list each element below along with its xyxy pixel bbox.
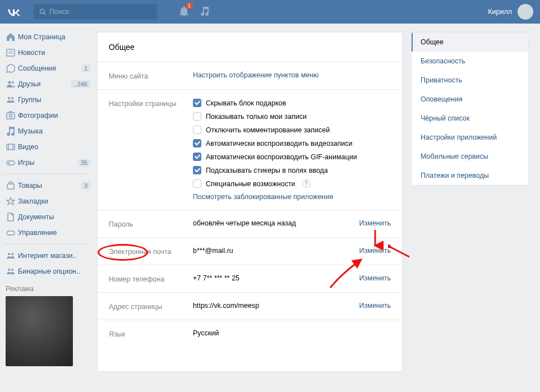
nav-item-label: Закладки bbox=[18, 197, 90, 205]
svg-point-21 bbox=[8, 269, 10, 271]
nav-item-label: Игры bbox=[18, 159, 78, 167]
checkbox[interactable] bbox=[193, 139, 201, 147]
nav-item[interactable]: Группы bbox=[3, 92, 93, 108]
checkbox-label: Специальные возможности bbox=[206, 180, 296, 188]
nav-item[interactable]: Товары3 bbox=[3, 178, 93, 193]
music-icon bbox=[3, 127, 18, 136]
checkbox[interactable] bbox=[193, 99, 201, 107]
nav-item[interactable]: Моя Страница bbox=[3, 29, 93, 45]
nav-item[interactable]: Друзья..246 bbox=[3, 76, 93, 92]
svg-point-0 bbox=[40, 10, 45, 14]
nav-item-label: Новости bbox=[18, 49, 90, 57]
home-icon bbox=[3, 33, 18, 41]
groups-icon bbox=[3, 267, 18, 276]
vk-logo[interactable] bbox=[7, 4, 22, 20]
settings-tab[interactable]: Платежи и переводы bbox=[412, 166, 528, 185]
checkbox[interactable] bbox=[193, 166, 201, 174]
settings-content: Общее Меню сайта Настроить отображение п… bbox=[97, 32, 403, 372]
svg-rect-17 bbox=[7, 184, 14, 189]
checkbox[interactable] bbox=[193, 153, 201, 161]
svg-rect-2 bbox=[7, 49, 15, 56]
user-avatar bbox=[518, 4, 533, 20]
nav-item-label: Документы bbox=[18, 213, 90, 221]
nav-item-count: 3 bbox=[81, 182, 90, 190]
checkbox-row: Автоматически воспроизводить GIF-анимаци… bbox=[193, 153, 391, 161]
photo-icon bbox=[3, 111, 18, 120]
video-icon bbox=[3, 142, 18, 151]
search-icon bbox=[39, 8, 46, 15]
help-icon[interactable]: ? bbox=[302, 179, 311, 188]
svg-line-1 bbox=[44, 13, 45, 15]
address-change-link[interactable]: Изменить bbox=[359, 302, 391, 311]
menu-settings-link[interactable]: Настроить отображение пунктов меню bbox=[193, 71, 319, 79]
svg-point-5 bbox=[8, 81, 11, 84]
nav-item-label: Сообщения bbox=[18, 64, 81, 72]
nav-item-label: Друзья bbox=[18, 80, 71, 88]
nav-item[interactable]: Новости bbox=[3, 45, 93, 61]
row-page-settings: Настройки страницы Скрывать блок подарко… bbox=[98, 90, 402, 210]
checkbox-row: Подсказывать стикеры в полях ввода bbox=[193, 166, 391, 174]
email-change-link[interactable]: Изменить bbox=[359, 247, 391, 256]
row-menu: Меню сайта Настроить отображение пунктов… bbox=[98, 62, 402, 90]
nav-item[interactable]: Интернет магази.. bbox=[3, 248, 93, 264]
svg-point-22 bbox=[11, 269, 13, 271]
svg-point-20 bbox=[11, 253, 13, 255]
svg-point-19 bbox=[8, 253, 10, 255]
nav-item-label: Фотографии bbox=[18, 112, 90, 119]
bookmark-icon bbox=[3, 197, 18, 206]
svg-point-8 bbox=[11, 97, 13, 99]
nav-item-label: Видео bbox=[18, 143, 90, 151]
games-icon bbox=[3, 158, 18, 167]
checkbox-row: Скрывать блок подарков bbox=[193, 99, 391, 107]
checkbox[interactable] bbox=[193, 112, 201, 121]
nav-item-label: Управление bbox=[18, 229, 90, 237]
nav-item[interactable]: Музыка bbox=[3, 123, 93, 139]
nav-item[interactable]: Видео bbox=[3, 139, 93, 155]
nav-item[interactable]: Документы bbox=[3, 209, 93, 225]
notifications-icon[interactable]: 1 bbox=[179, 6, 188, 18]
checkbox-row: Показывать только мои записи bbox=[193, 112, 391, 121]
settings-tab[interactable]: Оповещения bbox=[412, 90, 528, 109]
settings-tab[interactable]: Мобильные сервисы bbox=[412, 147, 528, 166]
settings-tab[interactable]: Приватность bbox=[412, 71, 528, 90]
row-address: Адрес страницы https://vk.com/meesp Изме… bbox=[98, 293, 402, 320]
svg-point-6 bbox=[12, 81, 14, 84]
row-language: Язык Русский bbox=[98, 320, 402, 347]
music-icon[interactable] bbox=[201, 7, 209, 17]
nav-item[interactable]: Сообщения1 bbox=[3, 61, 93, 76]
nav-item-label: Группы bbox=[18, 96, 90, 104]
search-box[interactable] bbox=[34, 4, 157, 20]
checkbox[interactable] bbox=[193, 126, 201, 134]
nav-item-label: Моя Страница bbox=[18, 33, 90, 41]
user-menu[interactable]: Кирилл bbox=[488, 4, 533, 20]
checkbox[interactable] bbox=[193, 179, 201, 188]
nav-item[interactable]: Управление bbox=[3, 225, 93, 241]
ad-image[interactable] bbox=[6, 296, 73, 366]
svg-rect-14 bbox=[7, 161, 15, 165]
nav-item-label: Бинарные опцион.. bbox=[18, 268, 90, 275]
nav-item[interactable]: Фотографии bbox=[3, 108, 93, 123]
nav-item-count: 1 bbox=[81, 64, 90, 72]
nav-item[interactable]: Закладки bbox=[3, 193, 93, 209]
search-input[interactable] bbox=[49, 8, 137, 16]
nav-item-count: ..246 bbox=[71, 80, 90, 88]
blocked-apps-link[interactable]: Посмотреть заблокированные приложения bbox=[193, 193, 391, 201]
content-title: Общее bbox=[98, 33, 402, 62]
nav-item[interactable]: Бинарные опцион.. bbox=[3, 264, 93, 279]
checkbox-label: Автоматически воспроизводить видеозаписи bbox=[206, 140, 352, 147]
settings-tab[interactable]: Общее bbox=[412, 33, 528, 52]
checkbox-row: Отключить комментирование записей bbox=[193, 126, 391, 134]
svg-point-10 bbox=[10, 114, 12, 117]
checkbox-label: Отключить комментирование записей bbox=[206, 126, 330, 134]
row-password: Пароль обновлён четыре месяца назад Изме… bbox=[98, 210, 402, 238]
settings-tab[interactable]: Безопасность bbox=[412, 52, 528, 71]
nav-item[interactable]: Игры35 bbox=[3, 155, 93, 170]
settings-tab[interactable]: Чёрный список bbox=[412, 109, 528, 128]
password-change-link[interactable]: Изменить bbox=[359, 219, 391, 228]
ad-label: Реклама bbox=[3, 279, 93, 296]
msg-icon bbox=[3, 64, 18, 73]
nav-item-label: Музыка bbox=[18, 127, 90, 135]
phone-change-link[interactable]: Изменить bbox=[359, 274, 391, 283]
settings-tab[interactable]: Настройки приложений bbox=[412, 128, 528, 147]
svg-point-7 bbox=[8, 97, 10, 99]
